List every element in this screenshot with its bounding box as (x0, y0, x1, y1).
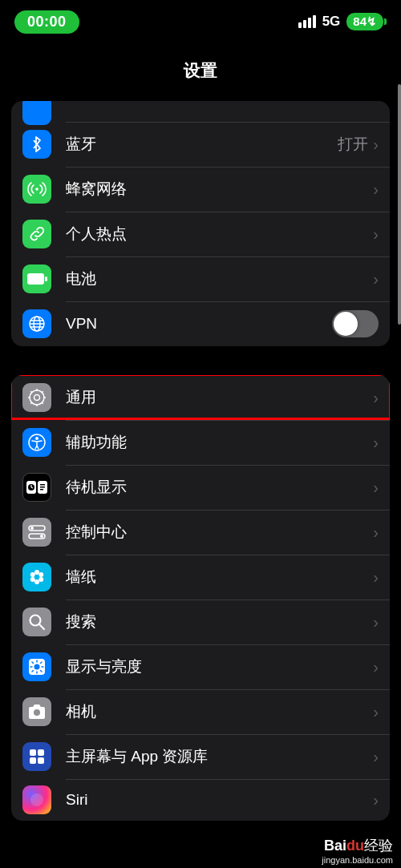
svg-point-29 (38, 577, 43, 582)
row-label: 个人热点 (66, 224, 373, 244)
chevron-right-icon: › (373, 658, 379, 676)
row-battery[interactable]: 电池 › (11, 256, 390, 301)
row-controlcenter[interactable]: 控制中心 › (11, 510, 390, 555)
svg-point-16 (35, 437, 38, 440)
svg-rect-20 (40, 484, 45, 486)
svg-rect-2 (45, 277, 47, 281)
battery-icon (22, 264, 51, 293)
row-label: 控制中心 (66, 522, 373, 543)
settings-group-1: 蓝牙 打开 › 蜂窝网络 › 个人热点 › 电池 › VPN (11, 101, 390, 346)
row-label: 相机 (66, 701, 373, 722)
search-icon (22, 608, 51, 636)
chevron-right-icon: › (373, 434, 379, 452)
chevron-right-icon: › (373, 389, 379, 407)
brightness-icon (22, 652, 51, 681)
standby-icon (22, 473, 51, 502)
svg-point-30 (34, 579, 39, 584)
row-camera[interactable]: 相机 › (11, 689, 390, 734)
svg-rect-39 (30, 749, 36, 756)
svg-rect-40 (38, 749, 44, 756)
svg-point-31 (30, 577, 35, 582)
svg-point-24 (30, 527, 34, 530)
row-bluetooth[interactable]: 蓝牙 打开 › (11, 122, 390, 167)
chevron-right-icon: › (373, 135, 379, 154)
svg-rect-41 (30, 757, 36, 764)
status-right: 5G 84↯ (298, 13, 383, 30)
svg-point-33 (34, 575, 39, 579)
row-hotspot[interactable]: 个人热点 › (11, 212, 390, 256)
row-label: 待机显示 (66, 477, 373, 498)
globe-icon (22, 309, 51, 338)
chevron-right-icon: › (373, 568, 379, 587)
row-search[interactable]: 搜索 › (11, 600, 390, 644)
bluetooth-icon (22, 130, 51, 159)
row-label: Siri (66, 791, 373, 809)
status-time[interactable]: 00:00 (14, 10, 79, 34)
svg-point-28 (38, 572, 43, 577)
svg-point-27 (34, 570, 39, 575)
svg-point-6 (34, 395, 40, 401)
row-label: 蜂窝网络 (66, 179, 373, 200)
chevron-right-icon: › (373, 791, 379, 809)
chevron-right-icon: › (373, 270, 379, 289)
row-label: 辅助功能 (66, 432, 373, 453)
svg-point-32 (30, 572, 35, 577)
vpn-toggle[interactable] (332, 310, 379, 337)
row-display[interactable]: 显示与亮度 › (11, 644, 390, 689)
page-title: 设置 (0, 43, 401, 101)
flower-icon (22, 563, 51, 591)
svg-rect-42 (38, 757, 44, 764)
chevron-right-icon: › (373, 225, 379, 244)
row-label: 墙纸 (66, 567, 373, 587)
row-partial-top[interactable] (11, 101, 390, 122)
row-cellular[interactable]: 蜂窝网络 › (11, 167, 390, 212)
toggles-icon (22, 518, 51, 547)
chevron-right-icon: › (373, 478, 379, 497)
status-bar: 00:00 5G 84↯ (0, 0, 401, 43)
row-label: 搜索 (66, 612, 373, 632)
row-siri[interactable]: Siri › (11, 779, 390, 821)
row-accessibility[interactable]: 辅助功能 › (11, 420, 390, 465)
homescreen-icon (22, 742, 51, 771)
svg-line-35 (39, 624, 44, 629)
row-homescreen[interactable]: 主屏幕与 App 资源库 › (11, 734, 390, 779)
svg-point-38 (34, 709, 40, 716)
svg-rect-1 (27, 273, 44, 285)
signal-icon (298, 15, 316, 28)
row-vpn[interactable]: VPN (11, 301, 390, 346)
row-label: 显示与亮度 (66, 656, 373, 677)
link-icon (22, 220, 51, 248)
row-label: VPN (66, 315, 332, 333)
row-label: 电池 (66, 268, 373, 289)
settings-group-2: 通用 › 辅助功能 › 待机显示 › 控制中心 › 墙纸 › 搜索 › (11, 375, 390, 821)
antenna-icon (22, 175, 51, 204)
chevron-right-icon: › (373, 613, 379, 632)
row-label: 通用 (66, 387, 373, 408)
row-general[interactable]: 通用 › (11, 375, 390, 420)
camera-icon (22, 697, 51, 726)
chevron-right-icon: › (373, 703, 379, 721)
svg-rect-22 (40, 489, 43, 491)
scroll-indicator[interactable] (398, 84, 401, 325)
accessibility-icon (22, 428, 51, 457)
gear-icon (22, 383, 51, 412)
row-label: 主屏幕与 App 资源库 (66, 746, 373, 767)
svg-point-37 (34, 664, 40, 670)
svg-point-0 (35, 188, 38, 191)
chevron-right-icon: › (373, 180, 379, 199)
svg-point-44 (30, 793, 43, 806)
siri-icon (22, 785, 51, 814)
svg-point-26 (40, 535, 43, 538)
watermark: Baidu经验 jingyan.baidu.com (322, 836, 393, 865)
network-label: 5G (322, 14, 341, 30)
battery-indicator: 84↯ (346, 13, 383, 30)
row-value: 打开 (338, 134, 368, 155)
row-standby[interactable]: 待机显示 › (11, 465, 390, 510)
row-wallpaper[interactable]: 墙纸 › (11, 555, 390, 600)
svg-rect-21 (40, 486, 45, 488)
row-label: 蓝牙 (66, 134, 338, 155)
chevron-right-icon: › (373, 523, 379, 542)
chevron-right-icon: › (373, 748, 379, 766)
